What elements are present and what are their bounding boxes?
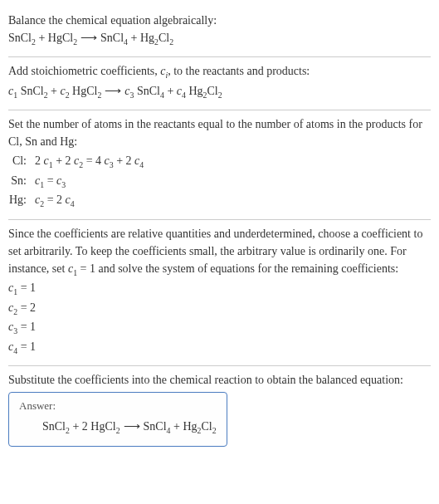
cr-eq: = 1 (17, 281, 36, 294)
plus-1: + (36, 32, 48, 44)
a-product-1: SnCl (144, 420, 167, 433)
s-product-1: SnCl (137, 85, 160, 97)
product-2b-sub: 2 (169, 37, 173, 46)
answer-title: Substitute the coefficients into the che… (8, 371, 431, 389)
eq-c4s: 4 (139, 160, 144, 169)
product-2a: Hg (140, 32, 154, 44)
stoich-equation: c1 SnCl2 + c2 HgCl2⟶c3 SnCl4 + c4 Hg2Cl2 (8, 82, 431, 101)
intro-equation: SnCl2 + HgCl2⟶SnCl4 + Hg2Cl2 (8, 29, 431, 48)
a-product-2b-sub: 2 (212, 426, 217, 435)
answer-label: Answer: (19, 399, 217, 413)
arrow-icon: ⟶ (77, 32, 100, 44)
atom-row-sn: Sn: c1 = c3 (8, 172, 431, 191)
a-reactant-2-sub: 2 (116, 426, 120, 435)
section-atoms: Set the number of atoms in the reactants… (8, 110, 431, 219)
product-1: SnCl (100, 32, 124, 44)
a-reactant-1: SnCl (42, 420, 66, 433)
section-answer: Substitute the coefficients into the che… (8, 366, 431, 454)
atom-row-hg: Hg: c2 = 2 c4 (8, 191, 431, 210)
s-reactant-1: SnCl (21, 85, 44, 97)
arrow-icon: ⟶ (101, 85, 124, 97)
atoms-title: Set the number of atoms in the reactants… (8, 115, 431, 150)
product-2b: Cl (159, 32, 169, 44)
atom-label-cl: Cl: (8, 152, 32, 169)
eq-mid3: + 2 (114, 154, 134, 167)
stoich-title-a: Add stoichiometric coefficients, (8, 65, 160, 77)
s-product-2b-sub: 2 (218, 91, 222, 100)
coeff-row-3: c3 = 1 (8, 318, 431, 337)
s-reactant-2: HgCl (72, 85, 97, 97)
s-product-2a: Hg (188, 85, 202, 97)
eq-mid1: = (44, 174, 56, 187)
section-solve: Since the coefficients are relative quan… (8, 220, 431, 366)
c2-sub: 2 (66, 91, 70, 100)
solve-text: Since the coefficients are relative quan… (8, 225, 431, 279)
atom-eq-hg: c2 = 2 c4 (32, 191, 75, 210)
eq-c2s: 4 (71, 199, 75, 208)
eq-mid1: + 2 (53, 154, 74, 167)
coeff-row-2: c2 = 2 (8, 299, 431, 318)
a-product-2a: Hg (183, 420, 197, 433)
atom-eq-cl: 2 c1 + 2 c2 = 4 c3 + 2 c4 (32, 152, 144, 171)
atom-row-cl: Cl: 2 c1 + 2 c2 = 4 c3 + 2 c4 (8, 152, 431, 171)
a-product-2b: Cl (201, 420, 212, 433)
coeff-row-1: c1 = 1 (8, 279, 431, 298)
atom-eq-sn: c1 = c3 (32, 172, 66, 191)
s-plus-2: + (164, 85, 177, 97)
answer-equation: SnCl2 + 2 HgCl2⟶SnCl4 + Hg2Cl2 (19, 418, 217, 437)
a-reactant-2: HgCl (90, 420, 115, 433)
reactant-1: SnCl (8, 32, 32, 44)
section-intro: Balance the chemical equation algebraica… (8, 7, 431, 57)
stoich-title: Add stoichiometric coefficients, ci, to … (8, 62, 431, 81)
solve-text-b: = 1 and solve the system of equations fo… (77, 262, 398, 275)
section-stoichiometric: Add stoichiometric coefficients, ci, to … (8, 57, 431, 110)
cr-eq: = 1 (17, 340, 36, 353)
atom-label-hg: Hg: (8, 191, 32, 208)
a-plus-1: + 2 (70, 420, 90, 433)
intro-title: Balance the chemical equation algebraica… (8, 12, 431, 29)
a-plus-2: + (171, 420, 183, 433)
reactant-2: HgCl (48, 32, 73, 44)
eq-mid1: = 2 (44, 193, 65, 206)
s-product-2b: Cl (207, 85, 217, 97)
coeff-row-4: c4 = 1 (8, 338, 431, 357)
cr-eq: = 2 (17, 301, 36, 314)
answer-box: Answer: SnCl2 + 2 HgCl2⟶SnCl4 + Hg2Cl2 (8, 392, 227, 446)
eq-mid2: = 4 (83, 154, 104, 167)
plus-2: + (128, 32, 140, 44)
arrow-icon: ⟶ (120, 420, 144, 433)
s-plus-1: + (48, 85, 61, 97)
atoms-table: Cl: 2 c1 + 2 c2 = 4 c3 + 2 c4 Sn: c1 = c… (8, 152, 431, 210)
eq-a: 2 (35, 154, 44, 167)
atom-label-sn: Sn: (8, 172, 32, 189)
cr-eq: = 1 (17, 321, 36, 333)
stoich-title-b: , to the reactants and products: (168, 65, 310, 77)
eq-c2s: 3 (61, 180, 66, 189)
